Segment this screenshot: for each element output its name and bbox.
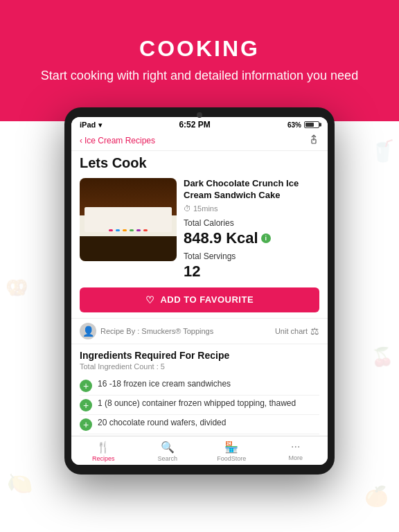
banner-subtitle: Start cooking with right and detailed in… [41, 67, 358, 85]
back-button[interactable]: ‹ Ice Cream Recipes [80, 136, 155, 145]
tab-search[interactable]: 🔍 Search [136, 441, 200, 462]
tab-recipes-label: Recipes [92, 455, 115, 462]
wifi-icon: ▾ [98, 121, 102, 129]
servings-value: 12 [184, 263, 319, 281]
share-button[interactable] [308, 134, 319, 148]
page-title: Lets Cook [71, 151, 328, 174]
recipe-by-left: 👤 Recipe By : Smuckers® Toppings [80, 323, 213, 339]
plus-icon-3: + [80, 418, 92, 431]
ingredient-item-3: + 20 chocolate round wafers, divided [80, 415, 319, 434]
doodle-drink: 🥤 [370, 139, 396, 163]
calories-label: Total Calories [184, 218, 319, 228]
ipad-camera [197, 112, 202, 118]
fav-btn-label: ADD TO FAVOURITE [160, 294, 254, 305]
ingredient-text-2: 1 (8 ounce) container frozen whipped top… [98, 398, 296, 408]
recipe-by-label: Recipe By : Smuckers® Toppings [100, 327, 213, 335]
recipes-icon: 🍴 [96, 441, 110, 454]
calories-number: 848.9 Kcal [184, 229, 258, 247]
share-icon [308, 134, 319, 145]
tab-foodstore-label: FoodStore [217, 455, 246, 462]
tab-foodstore[interactable]: 🏪 FoodStore [200, 441, 264, 462]
status-bar: iPad ▾ 6:52 PM 63% [71, 117, 328, 132]
unit-chart-btn[interactable]: Unit chart ⚖ [275, 326, 319, 337]
plus-icon-1: + [80, 380, 92, 392]
battery-fill [305, 123, 314, 127]
doodle-orange: 🍊 [364, 485, 389, 508]
recipe-image [80, 178, 177, 261]
search-icon: 🔍 [161, 441, 175, 454]
tab-search-label: Search [157, 455, 177, 462]
servings-label: Total Servings [184, 251, 319, 261]
content-area[interactable]: Dark Chocolate Crunch Ice Cream Sandwich… [71, 174, 328, 436]
battery-tip [319, 123, 321, 127]
recipe-time: ⏱ 15mins [184, 204, 319, 213]
recipe-name: Dark Chocolate Crunch Ice Cream Sandwich… [184, 178, 319, 202]
ingredients-count: Total Ingredient Count : 5 [80, 362, 319, 371]
tab-bar: 🍴 Recipes 🔍 Search 🏪 FoodStore ··· More [71, 436, 328, 465]
ingredient-item-1: + 16 -18 frozen ice cream sandwiches [80, 376, 319, 396]
tab-more-label: More [288, 454, 303, 461]
scale-icon: ⚖ [310, 326, 319, 337]
ingredient-text-1: 16 -18 frozen ice cream sandwiches [98, 379, 231, 389]
ipad-label: iPad [80, 121, 96, 129]
tab-more[interactable]: ··· More [264, 441, 328, 462]
top-banner: COOKING Start cooking with right and det… [0, 0, 399, 121]
nav-bar: ‹ Ice Cream Recipes [71, 132, 328, 151]
back-label: Ice Cream Recipes [85, 136, 155, 145]
status-right: 63% [287, 121, 319, 129]
recipe-by-row: 👤 Recipe By : Smuckers® Toppings Unit ch… [71, 318, 328, 344]
recipe-info: Dark Chocolate Crunch Ice Cream Sandwich… [184, 178, 319, 281]
store-icon: 🏪 [224, 441, 238, 454]
avatar: 👤 [80, 323, 96, 339]
ingredients-title: Ingredients Required For Recipe [80, 350, 319, 361]
ipad-device: iPad ▾ 6:52 PM 63% ‹ Ice Cream Recipes [64, 107, 335, 475]
plus-icon-2: + [80, 399, 92, 411]
calories-value: 848.9 Kcal i [184, 229, 319, 247]
doodle-pretzel: 🥨 [6, 277, 28, 299]
time-value: 15mins [193, 204, 218, 213]
doodle-lemon2: 🍋 [7, 471, 33, 495]
status-left: iPad ▾ [80, 121, 102, 129]
cookie-bottom [80, 236, 177, 261]
ingredient-text-3: 20 chocolate round wafers, divided [98, 418, 226, 427]
recipe-header: Dark Chocolate Crunch Ice Cream Sandwich… [71, 174, 328, 285]
ipad-screen: iPad ▾ 6:52 PM 63% ‹ Ice Cream Recipes [71, 117, 328, 465]
battery-bar [304, 121, 319, 128]
clock-icon: ⏱ [184, 204, 191, 213]
status-time: 6:52 PM [179, 120, 210, 130]
back-chevron-icon: ‹ [80, 136, 82, 145]
unit-chart-label: Unit chart [275, 327, 308, 335]
banner-title: COOKING [139, 36, 260, 62]
add-to-favourite-button[interactable]: ♡ ADD TO FAVOURITE [80, 287, 319, 312]
sprinkles [89, 224, 167, 236]
ingredients-section: Ingredients Required For Recipe Total In… [71, 344, 328, 436]
doodle-cherry: 🍒 [371, 346, 393, 368]
heart-icon: ♡ [145, 294, 155, 305]
more-icon: ··· [291, 441, 300, 453]
ingredient-item-2: + 1 (8 ounce) container frozen whipped t… [80, 396, 319, 415]
battery-percent: 63% [287, 121, 301, 129]
info-dot[interactable]: i [261, 233, 271, 243]
tab-recipes[interactable]: 🍴 Recipes [71, 441, 136, 462]
